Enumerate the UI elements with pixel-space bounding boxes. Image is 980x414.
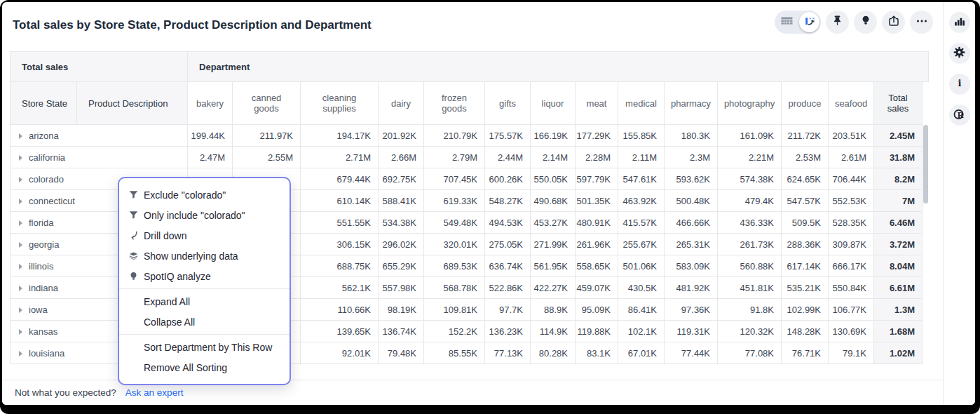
value-cell[interactable]: 85.55K [424,342,485,364]
expand-caret-icon[interactable] [19,264,22,269]
value-cell[interactable]: 574.38K [718,168,782,190]
value-cell[interactable]: 79.1K [829,342,874,364]
expand-all-menu-item[interactable]: Expand All [119,291,290,312]
value-cell[interactable]: 2.79M [424,147,485,168]
value-cell[interactable]: 619.33K [424,190,485,212]
value-cell[interactable]: 557.98K [379,277,424,299]
value-cell[interactable]: 501.06K [618,255,665,277]
value-cell[interactable]: 593.62K [665,168,718,190]
value-cell[interactable]: 480.91K [576,212,618,234]
value-cell[interactable]: 688.75K [301,255,379,277]
value-cell[interactable]: 600.26K [485,168,531,190]
value-cell[interactable]: 2.3M [665,147,718,168]
value-cell[interactable]: 161.09K [718,125,782,147]
value-cell[interactable]: 136.74K [379,321,424,342]
column-header[interactable]: gifts [485,82,531,125]
row-total-cell[interactable]: 3.72M [874,234,923,255]
exclude-menu-item[interactable]: Exclude "colorado" [119,185,290,205]
spotiq-button[interactable] [854,11,877,34]
r-analysis-button[interactable]: R [949,105,970,126]
vertical-scrollbar[interactable] [923,125,928,203]
expand-caret-icon[interactable] [19,286,22,291]
value-cell[interactable]: 430.5K [618,277,665,299]
value-cell[interactable]: 2.53M [782,147,829,168]
value-cell[interactable]: 481.92K [665,277,718,299]
expand-caret-icon[interactable] [19,329,22,335]
value-cell[interactable]: 2.44M [485,147,531,168]
drill-down-menu-item[interactable]: Drill down [119,225,290,246]
value-cell[interactable]: 306.15K [301,234,379,255]
settings-button[interactable] [949,43,970,64]
expand-caret-icon[interactable] [19,351,22,356]
value-cell[interactable]: 86.41K [618,299,665,321]
expand-caret-icon[interactable] [19,307,22,313]
value-cell[interactable]: 535.21K [782,277,829,299]
value-cell[interactable]: 490.68K [531,190,576,212]
value-cell[interactable]: 466.66K [665,212,718,234]
value-cell[interactable]: 102.1K [618,321,665,342]
value-cell[interactable]: 98.19K [379,299,424,321]
ask-an-expert-link[interactable]: Ask an expert [125,387,184,398]
value-cell[interactable]: 83.1K [576,342,618,364]
value-cell[interactable]: 522.86K [485,277,531,299]
value-cell[interactable]: 561.95K [531,255,576,277]
change-visualization-toggle[interactable] [799,12,819,32]
table-view-toggle[interactable] [775,15,799,29]
value-cell[interactable]: 689.53K [424,255,485,277]
value-cell[interactable]: 459.07K [576,277,618,299]
chart-panel-button[interactable] [949,12,970,33]
value-cell[interactable]: 528.35K [829,212,874,234]
value-cell[interactable]: 636.74K [485,255,531,277]
value-cell[interactable]: 110.66K [301,299,379,321]
value-cell[interactable]: 211.72K [782,125,829,147]
pin-button[interactable] [826,11,849,34]
value-cell[interactable]: 415.57K [618,212,665,234]
value-cell[interactable]: 547.61K [618,168,665,190]
value-cell[interactable]: 451.81K [718,277,782,299]
value-cell[interactable]: 568.78K [424,277,485,299]
column-header[interactable]: frozen goods [424,82,485,125]
value-cell[interactable]: 422.27K [531,277,576,299]
value-cell[interactable]: 166.19K [531,125,576,147]
value-cell[interactable]: 588.41K [379,190,424,212]
value-cell[interactable]: 509.5K [782,212,829,234]
column-header[interactable]: cleaning supplies [301,82,379,125]
value-cell[interactable]: 679.44K [301,168,379,190]
value-cell[interactable]: 558.65K [576,255,618,277]
value-cell[interactable]: 2.66M [379,147,424,168]
value-cell[interactable]: 67.01K [618,342,665,364]
value-cell[interactable]: 501.35K [576,190,618,212]
value-cell[interactable]: 550.05K [531,168,576,190]
value-cell[interactable]: 552.53K [829,190,874,212]
value-cell[interactable]: 77.44K [665,342,718,364]
value-cell[interactable]: 309.87K [829,234,874,255]
value-cell[interactable]: 479.4K [718,190,782,212]
value-cell[interactable]: 624.65K [782,168,829,190]
value-cell[interactable]: 2.71M [301,147,379,168]
row-header-product-description[interactable]: Product Description [77,82,188,125]
value-cell[interactable]: 177.29K [576,125,618,147]
value-cell[interactable]: 210.79K [424,125,485,147]
value-cell[interactable]: 152.2K [424,321,485,342]
value-cell[interactable]: 549.48K [424,212,485,234]
value-cell[interactable]: 261.73K [718,234,782,255]
row-total-cell[interactable]: 7M [874,190,923,212]
row-total-cell[interactable]: 6.61M [874,277,923,299]
row-total-cell[interactable]: 2.45M [874,125,923,147]
value-cell[interactable]: 148.28K [782,321,829,342]
value-cell[interactable]: 109.81K [424,299,485,321]
value-cell[interactable]: 2.28M [576,147,618,168]
value-cell[interactable]: 136.23K [485,321,531,342]
value-cell[interactable]: 175.57K [485,125,531,147]
column-header[interactable]: canned goods [233,82,301,125]
sort-department-by-row-menu-item[interactable]: Sort Department by This Row [119,337,290,357]
column-header[interactable]: seafood [829,82,874,125]
expand-caret-icon[interactable] [19,133,22,139]
value-cell[interactable]: 463.92K [618,190,665,212]
value-cell[interactable]: 436.33K [718,212,782,234]
value-cell[interactable]: 265.31K [665,234,718,255]
value-cell[interactable]: 2.61M [829,147,874,168]
value-cell[interactable]: 550.84K [829,277,874,299]
value-cell[interactable]: 255.67K [618,234,665,255]
value-cell[interactable]: 211.97K [233,125,301,147]
